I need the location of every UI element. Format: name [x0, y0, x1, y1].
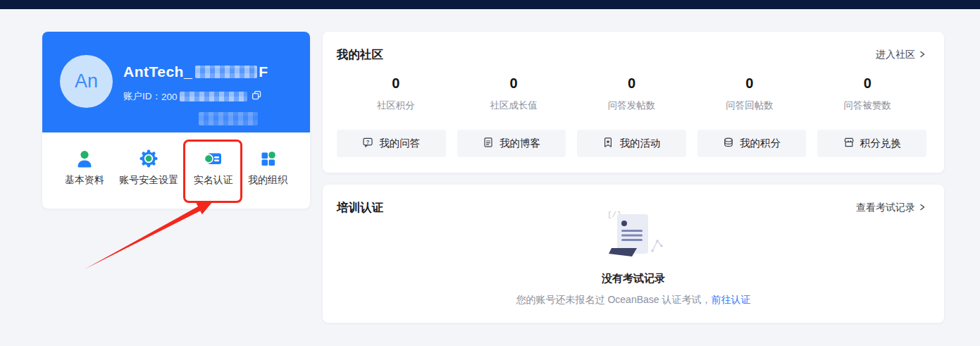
username-suffix: F — [259, 63, 268, 80]
id-card-icon — [204, 149, 223, 168]
action-realname-verify[interactable]: 实名认证 — [194, 149, 233, 187]
top-navigation-bar — [0, 0, 980, 9]
person-icon — [75, 149, 94, 168]
action-account-security[interactable]: 账号安全设置 — [119, 149, 178, 187]
stat-qa-likes: 0 问答被赞数 — [809, 75, 926, 112]
profile-card: An AntTech_F 账户ID：200 — [42, 32, 310, 209]
points-redeem-button[interactable]: 积分兑换 — [817, 130, 926, 157]
org-grid-icon — [258, 149, 278, 168]
gear-icon — [139, 149, 159, 168]
action-basic-profile[interactable]: 基本资料 — [65, 149, 104, 187]
stat-qa-replies: 0 问答回帖数 — [690, 75, 808, 112]
stat-community-growth: 0 社区成长值 — [454, 75, 572, 112]
username-blur-mask — [195, 66, 257, 78]
community-card: 我的社区 进入社区 0 社区积分 0 社区成长值 0 问答发帖数 0 — [323, 32, 944, 173]
account-id-row: 账户ID：200 — [123, 90, 268, 103]
go-verify-link[interactable]: 前往认证 — [711, 294, 750, 305]
username: AntTech_F — [123, 63, 268, 80]
my-blog-button[interactable]: 我的博客 — [457, 130, 566, 157]
community-quick-buttons: ? 我的问答 我的博客 — [323, 130, 944, 157]
profile-actions: 基本资料 账号安全设置 — [42, 132, 310, 209]
avatar[interactable]: An — [60, 55, 113, 108]
action-label: 账号安全设置 — [119, 174, 178, 187]
activity-badge-icon — [602, 137, 614, 150]
empty-exam-state: [/] 没有考试记录 您的账号还未报名过 OceanBase 认证考试，前往认证 — [323, 206, 944, 307]
community-card-title: 我的社区 — [337, 47, 383, 63]
user-center-page: An AntTech_F 账户ID：200 — [0, 0, 980, 346]
chevron-right-icon — [917, 49, 927, 61]
account-id-label: 账户ID： — [123, 90, 161, 103]
action-my-organization[interactable]: 我的组织 — [248, 149, 287, 187]
profile-info: AntTech_F 账户ID：200 — [123, 63, 268, 103]
empty-state-title: 没有考试记录 — [323, 272, 944, 285]
copy-icon[interactable] — [252, 90, 262, 103]
stat-qa-posts: 0 问答发帖数 — [573, 75, 690, 112]
training-card: 培训认证 查看考试记录 [/] — [323, 185, 944, 323]
account-id-blur-mask — [180, 92, 247, 101]
svg-text:?: ? — [366, 139, 370, 145]
enter-community-link[interactable]: 进入社区 — [876, 49, 927, 61]
my-activity-button[interactable]: 我的活动 — [577, 130, 686, 157]
community-stats: 0 社区积分 0 社区成长值 0 问答发帖数 0 问答回帖数 0 问答被赞数 — [323, 75, 944, 112]
my-qa-button[interactable]: ? 我的问答 — [337, 130, 446, 157]
blog-doc-icon — [483, 137, 494, 150]
empty-state-description: 您的账号还未报名过 OceanBase 认证考试，前往认证 — [323, 294, 944, 307]
my-points-button[interactable]: 我的积分 — [697, 130, 807, 157]
action-label: 实名认证 — [194, 174, 233, 187]
stat-community-points: 0 社区积分 — [337, 75, 454, 112]
avatar-initials: An — [75, 70, 98, 92]
qa-bubble-icon: ? — [362, 137, 373, 150]
account-id-prefix: 200 — [161, 92, 178, 102]
empty-doc-illustration: [/] — [588, 258, 679, 270]
action-label: 我的组织 — [248, 174, 287, 187]
points-coins-icon — [723, 137, 734, 150]
profile-header: An AntTech_F 账户ID：200 — [42, 32, 310, 132]
action-label: 基本资料 — [65, 174, 104, 187]
header-blur-patch — [199, 112, 258, 125]
redeem-store-icon — [843, 137, 855, 150]
username-prefix: AntTech_ — [123, 63, 192, 80]
